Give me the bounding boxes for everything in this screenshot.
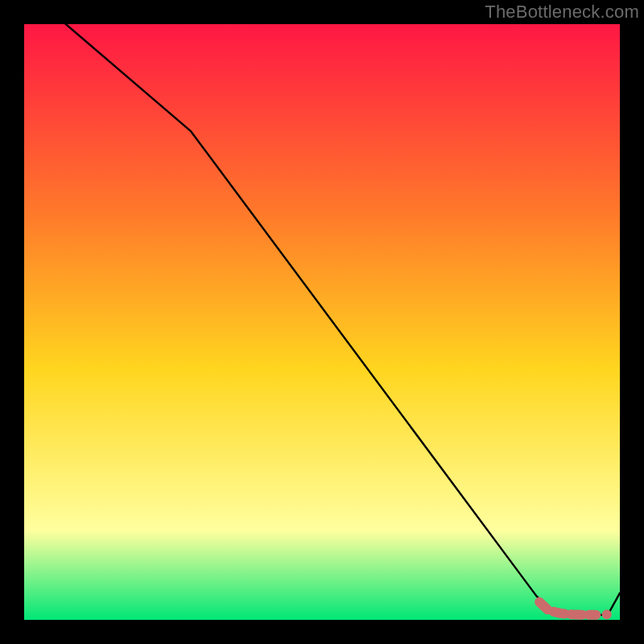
chart-stage: TheBottleneck.com — [0, 0, 644, 644]
plot-area — [24, 24, 620, 620]
marker-dot — [602, 609, 612, 619]
gradient-background — [24, 24, 620, 620]
chart-svg — [24, 24, 620, 620]
watermark-text: TheBottleneck.com — [485, 2, 639, 23]
